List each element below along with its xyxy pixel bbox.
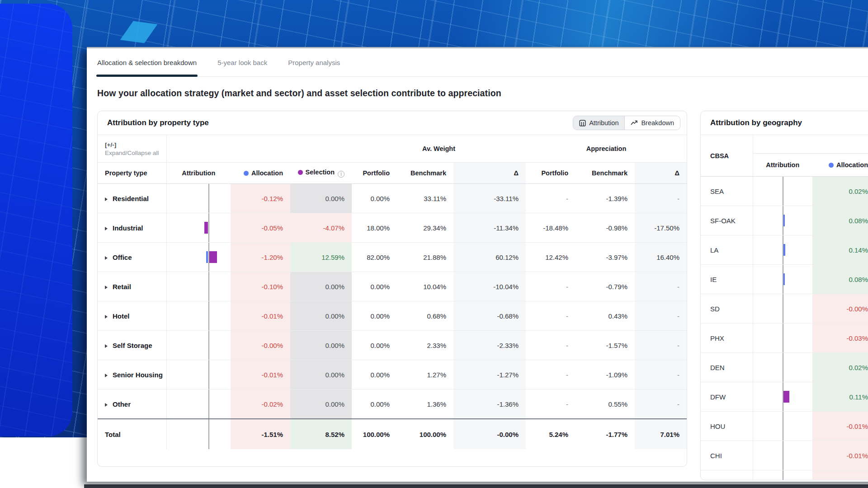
selection-bar <box>783 391 789 403</box>
property-row[interactable]: Residential-0.12%0.00%0.00%33.11%-33.11%… <box>98 184 687 213</box>
avweight-portfolio-header: Portfolio <box>352 163 397 184</box>
geo-allocation-cell: 0.02% <box>812 177 868 206</box>
avweight-delta-cell: -1.27% <box>453 360 526 389</box>
avweight-delta-cell: -10.04% <box>453 272 526 301</box>
tab-allocation-selection-breakdown[interactable]: Allocation & selection breakdown <box>97 48 197 76</box>
property-row[interactable]: Hotel-0.01%0.00%0.00%0.68%-0.68%-0.43%- <box>98 301 687 331</box>
appreciation-portfolio-cell: - <box>526 184 576 213</box>
breakdown-view-button[interactable]: Breakdown <box>624 116 680 130</box>
cbsa-cell: SEA <box>701 177 753 206</box>
attribution-axis <box>783 294 783 323</box>
geo-row: SEA0.02% <box>701 177 868 206</box>
tab-label: Property analysis <box>288 59 340 66</box>
selection-cell: 0.00% <box>290 360 352 389</box>
property-type-label: Other <box>113 400 131 408</box>
column-header-row: Property type Attribution Allocation Sel… <box>98 163 687 184</box>
panel-title: Attribution by geography <box>710 118 802 127</box>
attribution-axis <box>208 389 209 418</box>
avweight-benchmark-cell: 29.34% <box>397 213 453 243</box>
total-label: Total <box>105 431 121 438</box>
property-row[interactable]: Other-0.02%0.00%0.00%1.36%-1.36%-0.55%- <box>98 389 687 419</box>
row-expander-icon[interactable] <box>105 286 108 289</box>
attribution-view-button[interactable]: Attribution <box>573 116 624 130</box>
appreciation-benchmark-cell: -0.98% <box>576 213 635 243</box>
av-weight-group-header: Av. Weight <box>352 135 526 163</box>
row-expander-icon[interactable] <box>105 256 108 260</box>
geo-attribution-header: Attribution <box>753 154 812 177</box>
appreciation-delta-cell: - <box>635 360 687 389</box>
property-row[interactable]: Industrial-0.05%-4.07%18.00%29.34%-11.34… <box>98 213 687 243</box>
tab-property-analysis[interactable]: Property analysis <box>288 48 340 76</box>
avweight-portfolio-cell: 0.00% <box>352 184 397 213</box>
geo-row: PHX-0.03% <box>701 324 868 353</box>
cbsa-cell: SF-OAK <box>701 206 753 235</box>
row-expander-icon[interactable] <box>105 227 108 230</box>
geo-allocation-cell: 0.02% <box>812 353 868 382</box>
row-expander-icon[interactable] <box>105 344 108 348</box>
property-row[interactable]: Senior Housing-0.01%0.00%0.00%1.27%-1.27… <box>98 360 687 389</box>
row-expander-icon[interactable] <box>105 315 108 319</box>
appreciation-portfolio-cell: -18.48% <box>526 213 576 243</box>
appreciation-benchmark-header: Benchmark <box>576 163 635 184</box>
avweight-benchmark-cell: 21.88% <box>397 243 453 272</box>
expand-collapse-label: Expand/Collapse all <box>105 150 166 156</box>
avweight-benchmark-header: Benchmark <box>397 163 453 184</box>
selection-cell: 0.00% <box>290 389 352 419</box>
row-expander-icon[interactable] <box>105 197 108 201</box>
property-type-label: Residential <box>113 195 149 202</box>
avweight-portfolio-cell: 82.00% <box>352 243 397 272</box>
allocation-cell: -1.51% <box>231 419 290 449</box>
geo-attribution-bar-cell <box>753 382 812 412</box>
appreciation-benchmark-cell: -1.57% <box>576 331 635 360</box>
allocation-cell: -0.10% <box>231 272 290 301</box>
avweight-benchmark-cell: 100.00% <box>397 419 453 449</box>
glass-grid-pattern <box>0 4 72 436</box>
geo-row: IE0.08% <box>701 265 868 294</box>
attribution-bar-cell <box>166 243 231 272</box>
property-row[interactable]: Office-1.20%12.59%82.00%21.88%60.12%12.4… <box>98 243 687 272</box>
info-icon[interactable]: i <box>338 171 344 178</box>
geo-allocation-cell: 0.11% <box>812 382 868 412</box>
appreciation-delta-cell: -17.50% <box>635 213 687 243</box>
attribution-axis <box>208 301 209 330</box>
row-expander-icon[interactable] <box>105 374 108 377</box>
view-toggle-group: Attribution Breakdown <box>573 116 680 130</box>
attribution-axis <box>783 324 783 352</box>
avweight-delta-header: Δ <box>453 163 526 184</box>
avweight-portfolio-cell: 0.00% <box>352 301 397 331</box>
attribution-bar-cell <box>166 213 231 243</box>
attribution-axis <box>783 441 783 470</box>
row-expander-icon[interactable] <box>105 403 108 407</box>
appreciation-benchmark-cell: 0.55% <box>576 389 635 419</box>
selection-bar <box>209 251 217 263</box>
attribution-bar-cell <box>166 360 231 389</box>
geography-table: CBSA Attribution Allocation SEA0.02%SF-O… <box>701 135 868 480</box>
avweight-benchmark-cell: 0.68% <box>397 301 453 331</box>
tab-5-year-look-back[interactable]: 5-year look back <box>217 48 267 76</box>
avweight-delta-cell: -11.34% <box>453 213 526 243</box>
attribution-bar-cell <box>166 419 231 449</box>
cbsa-cell: DEN <box>701 353 753 382</box>
appreciation-portfolio-cell: - <box>526 331 576 360</box>
toggle-label: Breakdown <box>641 119 674 127</box>
geo-allocation-cell: 0.08% <box>812 265 868 294</box>
property-row[interactable]: Self Storage-0.00%0.00%0.00%2.33%-2.33%-… <box>98 331 687 360</box>
property-type-table: [+/-] Expand/Collapse all Av. Weight App… <box>98 135 687 449</box>
allocation-cell: -0.01% <box>231 301 290 331</box>
property-type-label: Senior Housing <box>113 371 163 379</box>
page-title: How your allocation strategy (market and… <box>97 88 868 99</box>
avweight-delta-cell: -2.33% <box>453 331 526 360</box>
cbsa-cell: SD <box>701 294 753 324</box>
property-row[interactable]: Retail-0.10%0.00%0.00%10.04%-10.04%--0.7… <box>98 272 687 301</box>
group-header-row: [+/-] Expand/Collapse all Av. Weight App… <box>98 135 687 163</box>
attribution-bar-cell <box>166 301 231 331</box>
brand-blue-panel <box>0 4 72 436</box>
appreciation-delta-cell: - <box>635 389 687 419</box>
expand-collapse-all[interactable]: [+/-] Expand/Collapse all <box>98 135 166 163</box>
property-type-cell: Hotel <box>98 301 166 331</box>
attribution-axis <box>208 272 209 301</box>
property-type-label: Self Storage <box>113 342 152 349</box>
geo-allocation-cell: -0.00% <box>812 294 868 324</box>
cbsa-cell: IE <box>701 265 753 294</box>
selection-cell: -4.07% <box>290 213 352 243</box>
